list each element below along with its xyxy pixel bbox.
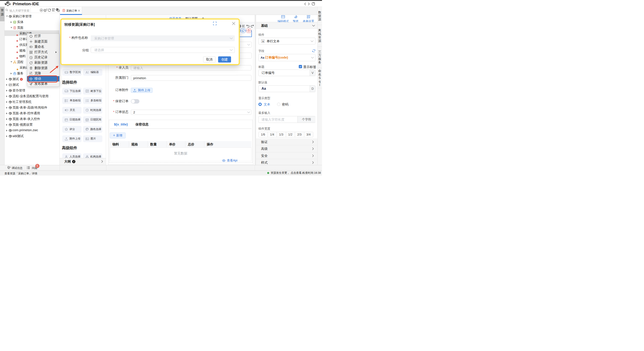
- svg-text:AI: AI: [40, 9, 42, 11]
- svg-text:!: !: [21, 78, 22, 81]
- svg-text:文: 文: [58, 10, 60, 12]
- svg-text:A: A: [262, 40, 264, 43]
- svg-text:1~3: 1~3: [65, 72, 68, 73]
